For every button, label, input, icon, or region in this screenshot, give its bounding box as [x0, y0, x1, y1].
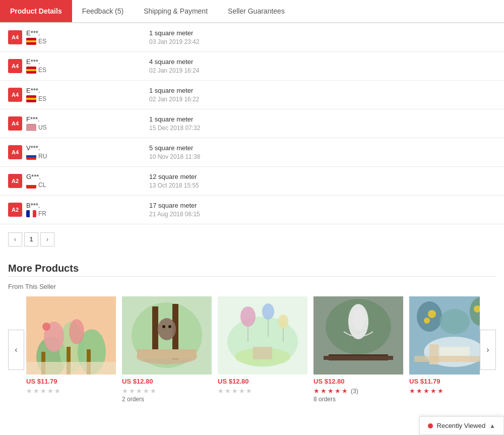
orders-count: 2 orders: [122, 396, 213, 403]
reviewer-details: F***. US: [26, 115, 47, 131]
product-image: [409, 296, 480, 375]
product-card[interactable]: US $12.80 ★ ★ ★ ★ ★: [218, 296, 308, 403]
prev-page-button[interactable]: ‹: [8, 232, 22, 246]
reviewer-country: RU: [26, 153, 47, 160]
reviewer-country: CL: [26, 181, 46, 189]
table-row: A2 G***. CL 12 square meter 13 Oct 2018 …: [0, 167, 504, 196]
flag-icon: [26, 124, 36, 131]
table-row: A4 E***. ES 4 square meter 02 Jan 2019 1…: [0, 52, 504, 81]
avatar: A2: [8, 174, 22, 188]
country-code: ES: [38, 95, 46, 102]
svg-point-41: [424, 318, 430, 324]
avatar: A4: [8, 59, 22, 73]
svg-rect-10: [26, 362, 116, 375]
review-product: 17 square meter: [149, 202, 496, 209]
svg-point-26: [278, 315, 288, 329]
product-card[interactable]: US $12.80 ★ ★ ★ ★ ★ (3) 8 orders: [313, 296, 404, 403]
avatar: A4: [8, 88, 22, 102]
svg-point-33: [352, 309, 364, 329]
svg-point-22: [240, 306, 256, 327]
review-details: 12 square meter 13 Oct 2018 15:55: [149, 173, 496, 189]
carousel-next-button[interactable]: ›: [480, 330, 496, 370]
product-image: [313, 296, 403, 375]
flag-icon: [26, 153, 36, 160]
product-stars: ★ ★ ★ ★ ★: [409, 387, 480, 395]
product-card[interactable]: US $12.80 ★ ★ ★ ★ ★ 2 orders: [122, 296, 213, 403]
svg-rect-16: [137, 349, 197, 358]
product-card[interactable]: US $11.79 ★ ★ ★ ★ ★: [26, 296, 117, 403]
reviewer-country: US: [26, 124, 47, 131]
product-price: US $11.79: [26, 378, 117, 385]
star-icon: ★: [54, 387, 60, 395]
flag-icon: [26, 210, 36, 217]
reviewer-info: A4 V***. RU: [8, 144, 149, 160]
reviewer-name: E***.: [26, 58, 46, 66]
product-stars: ★ ★ ★ ★ ★: [26, 387, 117, 395]
star-icon: ★: [409, 387, 415, 395]
reviewer-details: E***. ES: [26, 58, 46, 74]
tab-shipping[interactable]: Shipping & Payment: [134, 0, 218, 22]
review-date: 10 Nov 2018 11:38: [149, 153, 496, 160]
star-icon: ★: [129, 387, 135, 395]
avatar: A2: [8, 203, 22, 217]
review-product: 1 square meter: [149, 87, 496, 94]
table-row: A4 F***. US 1 square meter 15 Dec 2018 0…: [0, 109, 504, 138]
reviewer-details: E***. ES: [26, 29, 46, 45]
reviewer-info: A4 E***. ES: [8, 29, 149, 45]
product-image: [26, 296, 116, 375]
star-icon: ★: [26, 387, 32, 395]
flag-icon: [26, 67, 36, 74]
reviewer-name: E***.: [26, 87, 46, 94]
product-image: [218, 296, 307, 375]
review-date: 03 Jan 2019 23:42: [149, 38, 496, 45]
reviewer-details: V***. RU: [26, 144, 47, 160]
reviewer-details: B***. FR: [26, 202, 46, 217]
review-product: 5 square meter: [149, 144, 496, 152]
review-date: 02 Jan 2019 16:22: [149, 96, 496, 103]
star-icon: ★: [33, 387, 39, 395]
tab-bar: Product Details Feedback (5) Shipping & …: [0, 0, 504, 23]
more-products-title: More Products: [8, 263, 496, 274]
tab-guarantees[interactable]: Seller Guarantees: [218, 0, 295, 22]
table-row: A2 B***. FR 17 square meter 21 Aug 2018 …: [0, 196, 504, 224]
review-details: 1 square meter 03 Jan 2019 23:42: [149, 29, 496, 45]
reviewer-details: G***. CL: [26, 173, 46, 189]
country-code: ES: [38, 67, 46, 74]
svg-rect-29: [253, 347, 272, 359]
svg-point-17: [158, 318, 176, 340]
star-icon: ★: [313, 387, 320, 395]
carousel-prev-button[interactable]: ‹: [8, 330, 24, 370]
svg-point-8: [69, 319, 84, 344]
pagination: ‹ 1 ›: [0, 224, 504, 255]
star-icon: ★: [437, 387, 444, 395]
orders-count: 8 orders: [313, 396, 404, 403]
review-details: 1 square meter 15 Dec 2018 07:32: [149, 115, 496, 132]
star-icon: ★: [239, 387, 245, 395]
section-divider: [8, 276, 496, 277]
tab-product-details[interactable]: Product Details: [0, 0, 72, 22]
star-icon: ★: [122, 387, 128, 395]
product-thumbnail: [122, 296, 212, 375]
review-details: 4 square meter 02 Jan 2019 16:24: [149, 58, 496, 74]
product-card[interactable]: US $11.79 ★ ★ ★ ★ ★: [409, 296, 480, 403]
flag-icon: [26, 95, 36, 102]
star-icon: ★: [143, 387, 149, 395]
star-icon: ★: [335, 387, 341, 395]
avatar: A4: [8, 30, 22, 44]
star-icon: ★: [430, 387, 436, 395]
avatar: A4: [8, 145, 22, 159]
reviewer-info: A2 B***. FR: [8, 202, 149, 217]
next-page-button[interactable]: ›: [40, 232, 54, 246]
reviewer-name: E***.: [26, 29, 46, 37]
more-products-section: More Products From This Seller ‹: [0, 255, 504, 411]
page-1-button[interactable]: 1: [24, 232, 38, 246]
product-stars: ★ ★ ★ ★ ★: [218, 387, 308, 395]
star-icon: ★: [40, 387, 46, 395]
table-row: A4 V***. RU 5 square meter 10 Nov 2018 1…: [0, 138, 504, 167]
product-thumbnail: [26, 296, 116, 375]
reviewer-country: ES: [26, 67, 46, 74]
review-date: 13 Oct 2018 15:55: [149, 182, 496, 189]
product-price: US $12.80: [122, 378, 213, 385]
reviewer-country: ES: [26, 95, 46, 102]
tab-feedback[interactable]: Feedback (5): [72, 0, 134, 22]
